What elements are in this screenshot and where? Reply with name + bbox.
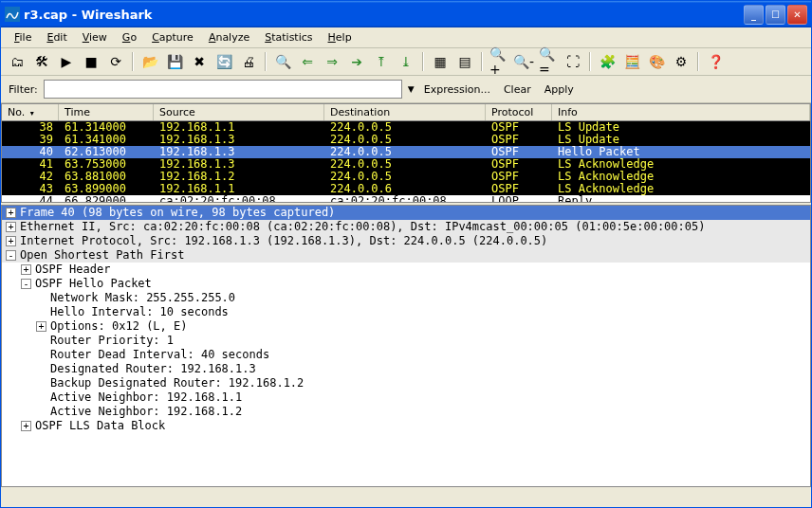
detail-line[interactable]: Designated Router: 192.168.1.3: [2, 362, 810, 376]
zoom-out-icon[interactable]: 🔍-: [513, 51, 534, 72]
detail-line[interactable]: Network Mask: 255.255.255.0: [2, 291, 810, 305]
maximize-button[interactable]: ☐: [766, 5, 785, 25]
collapse-icon[interactable]: -: [21, 279, 31, 289]
menu-capture[interactable]: Capture: [144, 29, 201, 45]
help-icon[interactable]: ❓: [705, 51, 726, 72]
expand-icon[interactable]: +: [6, 236, 16, 246]
options-icon[interactable]: 🛠: [31, 51, 52, 72]
packet-cell-no: 41: [2, 158, 59, 171]
zoom-reset-icon[interactable]: 🔍=: [538, 51, 559, 72]
open-icon[interactable]: 📂: [139, 51, 160, 72]
colorize-icon[interactable]: ▦: [430, 51, 451, 72]
save-icon[interactable]: 💾: [164, 51, 185, 72]
menu-analyze[interactable]: Analyze: [201, 29, 257, 45]
restart-capture-icon[interactable]: ⟳: [105, 51, 126, 72]
column-info[interactable]: Info: [552, 104, 810, 120]
detail-line[interactable]: Active Neighbor: 192.168.1.1: [2, 390, 810, 405]
menu-help[interactable]: Help: [321, 29, 360, 45]
packet-cell-dst: 224.0.0.5: [324, 121, 486, 134]
detail-line[interactable]: Backup Designated Router: 192.168.1.2: [2, 376, 810, 390]
packet-cell-src: 192.168.1.2: [154, 171, 324, 183]
packet-row[interactable]: 4363.899000192.168.1.1224.0.0.6OSPFLS Ac…: [2, 183, 810, 195]
detail-line[interactable]: Router Priority: 1: [2, 334, 810, 348]
detail-line[interactable]: Router Dead Interval: 40 seconds: [2, 348, 810, 362]
detail-text: OSPF Hello Packet: [35, 277, 152, 291]
go-back-icon[interactable]: ⇐: [297, 51, 318, 72]
detail-line[interactable]: -OSPF Hello Packet: [2, 277, 810, 291]
packet-row[interactable]: 3861.314000192.168.1.1224.0.0.5OSPFLS Up…: [2, 121, 810, 134]
go-to-packet-icon[interactable]: ➔: [346, 51, 367, 72]
print-icon[interactable]: 🖨: [238, 51, 259, 72]
detail-line[interactable]: +Options: 0x12 (L, E): [2, 319, 810, 334]
packet-cell-info: Reply: [552, 195, 810, 203]
column-protocol[interactable]: Protocol: [486, 104, 552, 120]
preferences-icon[interactable]: ⚙: [671, 51, 692, 72]
start-capture-icon[interactable]: ▶: [56, 51, 77, 72]
find-icon[interactable]: 🔍: [272, 51, 293, 72]
menu-edit[interactable]: Edit: [39, 29, 74, 45]
close-button[interactable]: ✕: [787, 5, 807, 25]
auto-scroll-icon[interactable]: ▤: [454, 51, 475, 72]
menu-go[interactable]: Go: [115, 29, 144, 45]
detail-line[interactable]: -Open Shortest Path First: [2, 248, 810, 263]
filter-apply-button[interactable]: Apply: [541, 82, 578, 98]
packet-row[interactable]: 4466.829000ca:02:20:fc:00:08ca:02:20:fc:…: [2, 195, 810, 203]
packet-cell-time: 62.613000: [59, 146, 154, 158]
interfaces-icon[interactable]: 🗂: [7, 51, 28, 72]
collapse-icon[interactable]: -: [6, 250, 16, 261]
menu-statistics[interactable]: Statistics: [257, 29, 320, 45]
packet-cell-time: 61.341000: [59, 134, 154, 146]
filter-input[interactable]: [44, 80, 402, 99]
filter-dropdown-icon[interactable]: ▼: [408, 84, 415, 94]
minimize-button[interactable]: _: [744, 5, 764, 25]
go-first-icon[interactable]: ⤒: [371, 51, 392, 72]
column-source[interactable]: Source: [154, 104, 324, 120]
display-filters-icon[interactable]: 🧮: [621, 51, 642, 72]
packet-cell-proto: OSPF: [486, 171, 552, 183]
stop-capture-icon[interactable]: ■: [81, 51, 102, 72]
capture-filters-icon[interactable]: 🧩: [597, 51, 618, 72]
expand-icon[interactable]: +: [36, 321, 46, 332]
expand-icon[interactable]: +: [6, 208, 16, 218]
go-forward-icon[interactable]: ⇒: [322, 51, 342, 72]
packet-cell-proto: LOOP: [486, 195, 552, 203]
packet-row[interactable]: 3961.341000192.168.1.3224.0.0.5OSPFLS Up…: [2, 134, 810, 146]
column-no[interactable]: No. ▾: [2, 104, 59, 120]
toolbar: 🗂 🛠 ▶ ■ ⟳ 📂 💾 ✖ 🔄 🖨 🔍 ⇐ ⇒ ➔ ⤒ ⤓ ▦ ▤ 🔍+ 🔍…: [1, 48, 811, 76]
resize-columns-icon[interactable]: ⛶: [563, 51, 583, 72]
filter-clear-button[interactable]: Clear: [500, 82, 535, 98]
packet-list-pane[interactable]: No. ▾ Time Source Destination Protocol I…: [1, 103, 811, 203]
packet-row[interactable]: 4263.881000192.168.1.2224.0.0.5OSPFLS Ac…: [2, 171, 810, 183]
packet-cell-dst: 224.0.0.6: [324, 183, 486, 195]
detail-line[interactable]: +OSPF Header: [2, 263, 810, 277]
detail-line[interactable]: +Ethernet II, Src: ca:02:20:fc:00:08 (ca…: [2, 220, 810, 234]
filter-expression-button[interactable]: Expression...: [420, 82, 494, 98]
zoom-in-icon[interactable]: 🔍+: [489, 51, 509, 72]
reload-icon[interactable]: 🔄: [213, 51, 234, 72]
packet-cell-info: LS Acknowledge: [552, 158, 810, 171]
toolbar-separator: [265, 52, 267, 71]
menu-file[interactable]: File: [7, 29, 39, 45]
packet-list-header: No. ▾ Time Source Destination Protocol I…: [2, 104, 810, 121]
packet-details-pane[interactable]: +Frame 40 (98 bytes on wire, 98 bytes ca…: [1, 205, 811, 487]
packet-row[interactable]: 4163.753000192.168.1.3224.0.0.5OSPFLS Ac…: [2, 158, 810, 171]
column-destination[interactable]: Destination: [324, 104, 486, 120]
expand-icon[interactable]: +: [21, 421, 31, 431]
detail-line[interactable]: +OSPF LLS Data Block: [2, 419, 810, 433]
packet-row[interactable]: 4062.613000192.168.1.3224.0.0.5OSPFHello…: [2, 146, 810, 158]
expand-icon[interactable]: +: [21, 264, 31, 275]
detail-text: Router Priority: 1: [50, 334, 174, 348]
detail-line[interactable]: Active Neighbor: 192.168.1.2: [2, 405, 810, 419]
detail-line[interactable]: Hello Interval: 10 seconds: [2, 305, 810, 319]
column-time[interactable]: Time: [59, 104, 154, 120]
coloring-rules-icon[interactable]: 🎨: [646, 51, 667, 72]
expand-icon[interactable]: +: [6, 222, 16, 232]
detail-line[interactable]: +Frame 40 (98 bytes on wire, 98 bytes ca…: [2, 206, 810, 220]
detail-line[interactable]: +Internet Protocol, Src: 192.168.1.3 (19…: [2, 234, 810, 248]
close-file-icon[interactable]: ✖: [189, 51, 210, 72]
menu-view[interactable]: View: [75, 29, 115, 45]
detail-text: Ethernet II, Src: ca:02:20:fc:00:08 (ca:…: [20, 220, 705, 234]
go-last-icon[interactable]: ⤓: [396, 51, 416, 72]
packet-cell-proto: OSPF: [486, 158, 552, 171]
packet-cell-src: 192.168.1.1: [154, 183, 324, 195]
